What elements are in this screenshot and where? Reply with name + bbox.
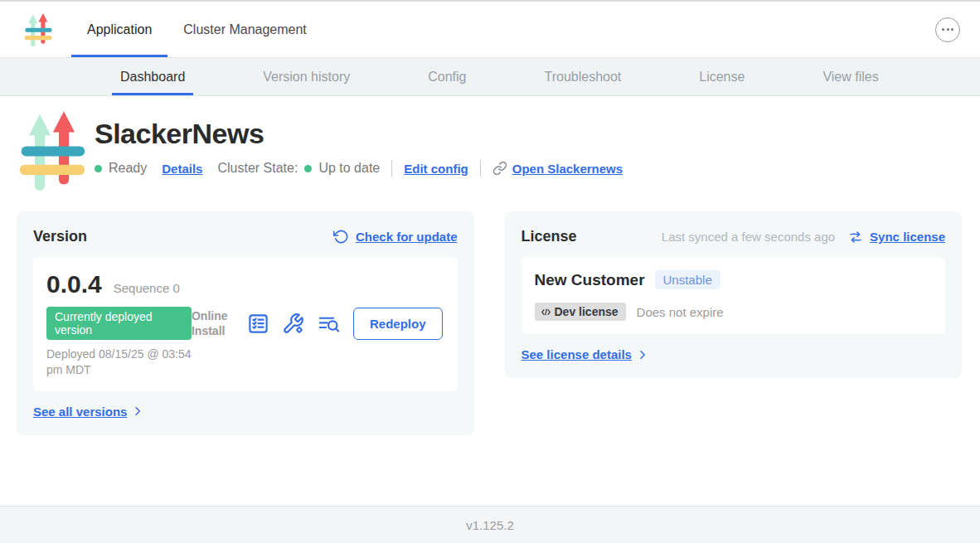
top-header: Application Cluster Management — [0, 2, 980, 58]
app-status-dot — [95, 165, 102, 172]
check-for-update-link[interactable]: Check for update — [356, 230, 458, 244]
tab-config[interactable]: Config — [420, 58, 474, 95]
chevron-right-icon — [131, 405, 144, 418]
deployed-timestamp: Deployed 08/15/25 @ 03:54 pm MDT — [46, 347, 192, 378]
app-status-text: Ready — [109, 161, 147, 176]
version-card-title: Version — [33, 228, 87, 245]
link-icon — [492, 161, 507, 176]
sync-license-link[interactable]: Sync license — [870, 230, 945, 244]
open-app-link[interactable]: Open Slackernews — [512, 162, 623, 176]
console-footer: v1.125.2 — [0, 506, 980, 543]
console-version: v1.125.2 — [466, 518, 514, 532]
license-card: License Last synced a few seconds ago Sy… — [505, 211, 963, 378]
tab-cluster-management[interactable]: Cluster Management — [167, 2, 323, 57]
deploy-logs-icon[interactable] — [317, 313, 341, 335]
app-logo-icon — [23, 12, 53, 47]
admin-console-page: Application Cluster Management Dashboard… — [0, 0, 980, 543]
current-version-panel: 0.0.4 Sequence 0 Currently deployed vers… — [33, 257, 458, 391]
ellipsis-icon[interactable] — [935, 17, 960, 42]
dashboard-content: SlackerNews Ready Details Cluster State:… — [0, 96, 980, 506]
page-title: SlackerNews — [95, 118, 623, 150]
header-tabs: Application Cluster Management — [71, 2, 323, 57]
tab-dashboard[interactable]: Dashboard — [112, 58, 193, 95]
license-card-title: License — [522, 228, 577, 245]
see-license-details-link[interactable]: See license details — [522, 347, 632, 361]
preflight-checks-icon[interactable] — [247, 313, 269, 335]
redeploy-button[interactable]: Redeploy — [353, 308, 443, 340]
license-type-badge: Dev license — [535, 303, 626, 321]
version-card: Version Check for update — [17, 211, 474, 435]
cluster-state-value: Up to date — [318, 161, 380, 176]
app-status-row: Ready Details Cluster State: Up to date … — [95, 160, 623, 177]
license-type-label: Dev license — [555, 305, 619, 318]
tab-view-files[interactable]: View files — [814, 58, 886, 95]
details-link[interactable]: Details — [162, 162, 202, 176]
see-all-versions-link[interactable]: See all versions — [33, 405, 127, 419]
app-subnav: Dashboard Version history Config Trouble… — [0, 58, 980, 96]
divider — [480, 160, 481, 177]
deployed-badge: Currently deployed version — [46, 307, 192, 340]
last-synced-text: Last synced a few seconds ago — [662, 230, 835, 244]
tab-troubleshoot[interactable]: Troubleshoot — [536, 58, 629, 95]
install-type-label: Online Install — [192, 309, 235, 338]
expiration-text: Does not expire — [637, 305, 724, 319]
config-tool-icon[interactable] — [282, 313, 304, 335]
app-hero: SlackerNews Ready Details Cluster State:… — [17, 109, 962, 192]
channel-badge: Unstable — [655, 270, 720, 289]
slackernews-logo-icon — [17, 109, 88, 192]
edit-config-link[interactable]: Edit config — [404, 162, 468, 176]
license-panel: New Customer Unstable — [522, 257, 946, 334]
tab-application[interactable]: Application — [71, 2, 167, 57]
customer-name: New Customer — [535, 271, 645, 289]
code-icon — [540, 306, 552, 318]
sequence-label: Sequence 0 — [114, 281, 180, 295]
version-number: 0.0.4 — [46, 270, 102, 298]
tab-version-history[interactable]: Version history — [255, 58, 358, 95]
tab-license[interactable]: License — [691, 58, 753, 95]
cluster-state-dot — [304, 165, 312, 172]
refresh-icon — [333, 229, 349, 245]
sync-icon — [848, 230, 863, 245]
header-right — [935, 17, 960, 42]
cluster-state-label: Cluster State: — [217, 161, 298, 176]
divider — [391, 160, 392, 177]
chevron-right-icon — [636, 348, 649, 361]
